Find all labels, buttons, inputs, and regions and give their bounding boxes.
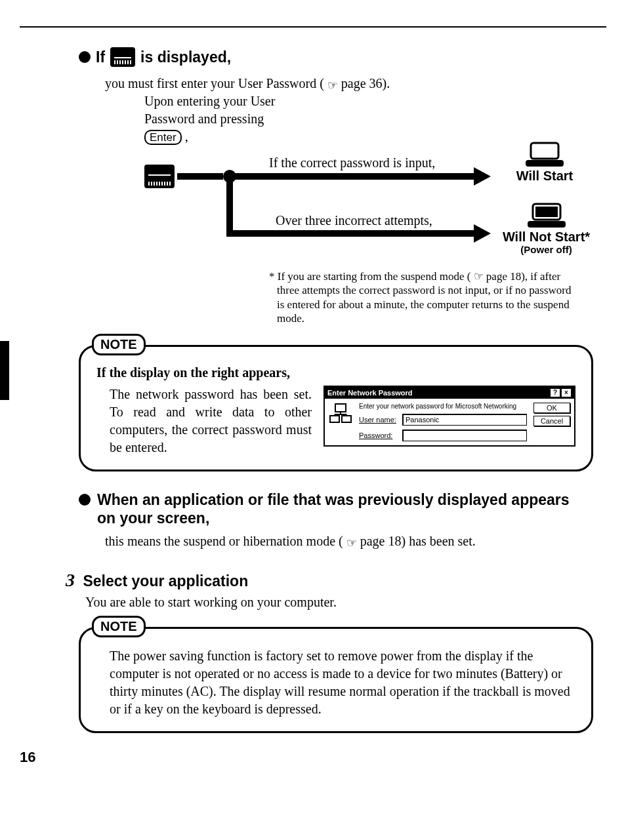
- step-3-heading: 3 Select your application: [66, 570, 606, 591]
- dialog-network-icon: [329, 403, 352, 441]
- note1-heading: If the display on the right appears,: [96, 365, 575, 380]
- svg-rect-1: [526, 160, 564, 167]
- note-box-1: NOTE If the display on the right appears…: [79, 345, 593, 471]
- svg-rect-3: [535, 207, 558, 217]
- when-body: this means the suspend or hibernation mo…: [105, 532, 606, 550]
- hand-pointer-icon: ☞: [327, 77, 338, 93]
- note-label: NOTE: [92, 334, 146, 355]
- step-number: 3: [66, 570, 75, 590]
- flow-label-incorrect: Over three incorrect attempts,: [276, 213, 432, 228]
- heading-if-prefix: If: [96, 49, 105, 66]
- flow-line: [177, 173, 223, 180]
- intro-text-a: you must first enter your User Password …: [105, 76, 324, 90]
- flow-line-top: [233, 173, 476, 180]
- will-start-label: Will Start: [492, 169, 597, 183]
- ok-button[interactable]: OK: [533, 403, 570, 413]
- arrow-icon-top: [474, 167, 491, 186]
- hand-pointer-icon: ☞: [346, 535, 357, 551]
- heading-if-suffix: is displayed,: [140, 49, 231, 66]
- flow-label-correct: If the correct password is input,: [269, 155, 435, 170]
- footnote-text: * If you are starting from the suspend m…: [269, 270, 574, 325]
- svg-rect-7: [342, 416, 351, 422]
- password-prompt-icon-large: [144, 165, 175, 188]
- flow-line-bottom: [226, 230, 476, 237]
- when-body-a: this means the suspend or hibernation mo…: [105, 534, 343, 548]
- laptop-dark-icon: [524, 203, 570, 229]
- flow-upon-text: Upon entering your User Password and pre…: [144, 92, 276, 146]
- heading-when-text: When an application or file that was pre…: [97, 491, 580, 527]
- bullet-icon: [79, 494, 91, 506]
- will-start-box: Will Start: [492, 142, 597, 183]
- username-label: User name:: [359, 416, 398, 424]
- heading-if-displayed: If is displayed,: [79, 47, 587, 67]
- note1-text: The network password has been set. To re…: [96, 386, 312, 456]
- laptop-open-icon: [522, 142, 568, 168]
- power-off-label: (Power off): [489, 244, 604, 255]
- when-body-page: page 18) has been set.: [360, 534, 476, 548]
- svg-rect-5: [335, 404, 346, 412]
- enter-key-icon: Enter: [144, 130, 182, 145]
- flow-diagram: Upon entering your User Password and pre…: [105, 92, 587, 263]
- password-label: Password:: [359, 431, 398, 439]
- svg-rect-6: [330, 416, 339, 422]
- dialog-titlebar: Enter Network Password ?×: [325, 387, 574, 399]
- note-box-2: NOTE The power saving function is factor…: [79, 627, 593, 733]
- page-number: 16: [20, 749, 35, 766]
- dialog-title-text: Enter Network Password: [327, 389, 413, 397]
- svg-rect-4: [528, 221, 566, 228]
- dialog-message: Enter your network password for Microsof…: [359, 403, 527, 410]
- bullet-icon: [79, 51, 91, 63]
- svg-rect-0: [531, 143, 558, 159]
- side-tab: [0, 341, 9, 400]
- intro-page-ref: page 36).: [341, 76, 390, 90]
- flow-line-vert: [226, 176, 233, 237]
- close-icon[interactable]: ×: [561, 388, 572, 397]
- section-if-displayed: If is displayed, you must first enter yo…: [79, 47, 587, 325]
- top-rule: [20, 26, 606, 28]
- note2-text: The power saving function is factory set…: [96, 647, 575, 718]
- will-not-start-label: Will Not Start*: [489, 230, 604, 244]
- note-label: NOTE: [92, 616, 146, 637]
- password-prompt-icon: [110, 47, 135, 67]
- username-field[interactable]: Panasonic: [402, 414, 527, 426]
- step-title: Select your application: [83, 572, 248, 590]
- heading-when-application: When an application or file that was pre…: [79, 491, 580, 527]
- flow-upon-comma: ,: [185, 129, 188, 144]
- will-not-start-box: Will Not Start* (Power off): [489, 203, 604, 255]
- intro-text: you must first enter your User Password …: [105, 75, 587, 92]
- flow-upon-span: Upon entering your User Password and pre…: [144, 94, 275, 126]
- step-3-body: You are able to start working on your co…: [85, 593, 606, 611]
- help-icon[interactable]: ?: [550, 388, 560, 397]
- cancel-button[interactable]: Cancel: [533, 416, 570, 426]
- dialog-window-controls: ?×: [549, 388, 572, 397]
- password-field[interactable]: [402, 430, 527, 441]
- network-password-dialog: Enter Network Password ?×: [323, 386, 575, 447]
